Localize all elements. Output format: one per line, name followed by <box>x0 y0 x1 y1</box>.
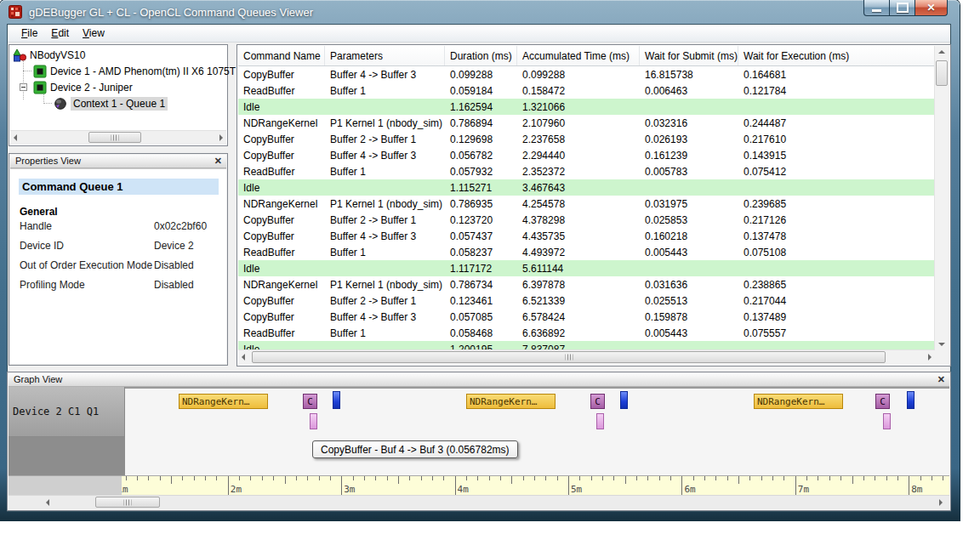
ruler-tick <box>273 476 274 480</box>
properties-section-label: General <box>20 206 58 218</box>
column-header[interactable]: Accumulated Time (ms) <box>517 46 640 65</box>
table-cell: Buffer 2 -> Buffer 1 <box>325 214 445 226</box>
title-bar[interactable]: gDEBugger GL + CL - OpenCL Command Queue… <box>0 0 960 24</box>
tree-item-device-2[interactable]: Device 2 - Juniper <box>33 80 133 95</box>
scroll-left-icon[interactable] <box>242 354 245 361</box>
table-cell: Buffer 1 <box>325 247 445 258</box>
table-row[interactable]: Idle1.1152713.467643 <box>238 179 935 196</box>
ruler-tick <box>330 476 331 480</box>
prop-label: Handle <box>20 220 52 232</box>
graph-block-copybuffer[interactable]: C <box>303 394 317 409</box>
tree-guide-line <box>23 71 31 71</box>
graph-block-pink[interactable] <box>883 413 891 429</box>
ruler-tick <box>886 476 887 480</box>
scroll-thumb[interactable] <box>95 497 160 508</box>
ruler-tick <box>920 476 921 480</box>
scroll-right-icon[interactable] <box>939 499 943 506</box>
table-row[interactable]: NDRangeKernelP1 Kernel 1 (nbody_sim)0.78… <box>238 115 935 131</box>
ruler-tick <box>409 476 410 480</box>
table-row[interactable]: Idle1.1171725.611144 <box>238 260 935 276</box>
scroll-thumb[interactable] <box>936 60 948 86</box>
graph-block-blue[interactable] <box>333 391 340 409</box>
column-header[interactable]: Duration (ms) <box>445 46 517 65</box>
table-cell: 0.099288 <box>445 69 517 81</box>
tree-item-context-queue[interactable]: Context 1 - Queue 1 <box>54 96 168 111</box>
scroll-right-icon[interactable] <box>928 354 932 361</box>
graph-block-ndrangekernel[interactable]: NDRangeKern… <box>754 394 843 409</box>
scroll-up-icon[interactable] <box>938 50 945 54</box>
table-row[interactable]: CopyBufferBuffer 4 -> Buffer 30.0570856.… <box>238 309 935 325</box>
table-row[interactable]: CopyBufferBuffer 4 -> Buffer 30.0574374.… <box>238 228 935 244</box>
scroll-right-icon[interactable] <box>219 134 223 141</box>
table-row[interactable]: CopyBufferBuffer 4 -> Buffer 30.0992880.… <box>238 66 935 82</box>
ruler-tick <box>375 476 376 480</box>
table-vertical-scrollbar[interactable] <box>934 46 949 350</box>
table-cell: 0.005443 <box>640 247 738 258</box>
tree-item-nbodyvs10[interactable]: NBodyVS10 <box>13 48 85 63</box>
table-cell: 1.115271 <box>445 182 517 194</box>
table-cell: 0.217044 <box>738 295 935 307</box>
table-cell: 0.786894 <box>445 117 517 129</box>
graph-block-blue[interactable] <box>620 391 628 409</box>
maximize-button[interactable] <box>890 0 914 16</box>
tree-horizontal-scrollbar[interactable] <box>10 130 226 145</box>
ruler-tick <box>262 476 263 480</box>
tree-expander-icon[interactable] <box>20 83 27 91</box>
graph-block-pink[interactable] <box>310 413 317 429</box>
table-row[interactable]: NDRangeKernelP1 Kernel 1 (nbody_sim)0.78… <box>238 276 935 293</box>
scroll-down-icon[interactable] <box>938 343 945 346</box>
table-horizontal-scrollbar[interactable] <box>238 349 935 365</box>
table-cell: 4.378298 <box>517 214 640 226</box>
table-row[interactable]: Idle1.1625941.321066 <box>238 99 935 115</box>
tree-guide-line <box>23 60 24 99</box>
close-panel-icon[interactable]: ✕ <box>937 374 945 385</box>
graph-horizontal-scrollbar[interactable] <box>9 495 949 509</box>
table-cell: Buffer 4 -> Buffer 3 <box>325 230 445 242</box>
graph-view-panel: Graph View ✕ Device 2 C1 Q1 NDRangeKern…… <box>7 372 951 511</box>
table-cell: Idle <box>238 101 325 113</box>
ruler-tick <box>228 476 229 497</box>
table-row[interactable]: ReadBufferBuffer 10.0582374.4939720.0054… <box>238 244 935 260</box>
graph-block-ndrangekernel[interactable]: NDRangeKern… <box>466 394 556 409</box>
table-row[interactable]: CopyBufferBuffer 2 -> Buffer 10.1237204.… <box>238 212 935 228</box>
table-cell: Buffer 2 -> Buffer 1 <box>325 295 445 307</box>
table-row[interactable]: CopyBufferBuffer 2 -> Buffer 10.1234616.… <box>238 293 935 309</box>
graph-block-copybuffer[interactable]: C <box>875 394 890 409</box>
table-cell: CopyBuffer <box>238 214 325 226</box>
close-panel-icon[interactable]: ✕ <box>214 156 222 167</box>
ruler-tick <box>250 476 251 480</box>
close-button[interactable]: ✕ <box>914 0 948 16</box>
graph-block-pink[interactable] <box>596 413 604 429</box>
table-row[interactable]: CopyBufferBuffer 4 -> Buffer 30.0567822.… <box>238 147 935 163</box>
scroll-left-icon[interactable] <box>46 499 49 506</box>
table-row[interactable]: NDRangeKernelP1 Kernel 1 (nbody_sim)0.78… <box>238 196 935 212</box>
ruler-tick <box>727 476 728 480</box>
menu-file[interactable]: File <box>14 26 44 41</box>
menu-edit[interactable]: Edit <box>44 26 76 41</box>
column-header[interactable]: Command Name <box>238 46 325 65</box>
column-header[interactable]: Parameters <box>325 46 445 65</box>
scroll-thumb[interactable] <box>88 132 141 143</box>
menu-view[interactable]: View <box>76 26 111 41</box>
properties-panel-header[interactable]: Properties View ✕ <box>10 155 226 168</box>
scroll-thumb[interactable] <box>252 351 886 363</box>
table-row[interactable]: ReadBufferBuffer 10.0584686.6368920.0054… <box>238 325 935 341</box>
tree-item-device-1[interactable]: Device 1 - AMD Phenom(tm) II X6 1075T <box>33 64 236 79</box>
table-cell: 0.057437 <box>445 230 517 242</box>
minimize-button[interactable] <box>863 0 890 16</box>
graph-block-blue[interactable] <box>907 391 914 409</box>
table-row[interactable]: ReadBufferBuffer 10.0579322.3523720.0057… <box>238 163 935 179</box>
table-cell: NDRangeKernel <box>238 279 325 291</box>
graph-block-ndrangekernel[interactable]: NDRangeKern… <box>179 394 268 409</box>
table-cell: P1 Kernel 1 (nbody_sim) <box>325 279 445 291</box>
graph-panel-header[interactable]: Graph View ✕ <box>9 373 949 387</box>
column-header[interactable]: Wait for Execution (ms) <box>738 46 935 65</box>
table-cell: 0.244487 <box>738 117 935 129</box>
graph-block-copybuffer[interactable]: C <box>590 394 605 409</box>
table-row[interactable]: ReadBufferBuffer 10.0591840.1584720.0064… <box>238 82 935 99</box>
table-row[interactable]: CopyBufferBuffer 2 -> Buffer 10.1296982.… <box>238 131 935 147</box>
scroll-left-icon[interactable] <box>14 134 17 141</box>
table-cell: 0.217126 <box>738 214 935 226</box>
column-header[interactable]: Wait for Submit (ms) <box>640 46 738 65</box>
table-cell: 1.162594 <box>445 101 517 113</box>
